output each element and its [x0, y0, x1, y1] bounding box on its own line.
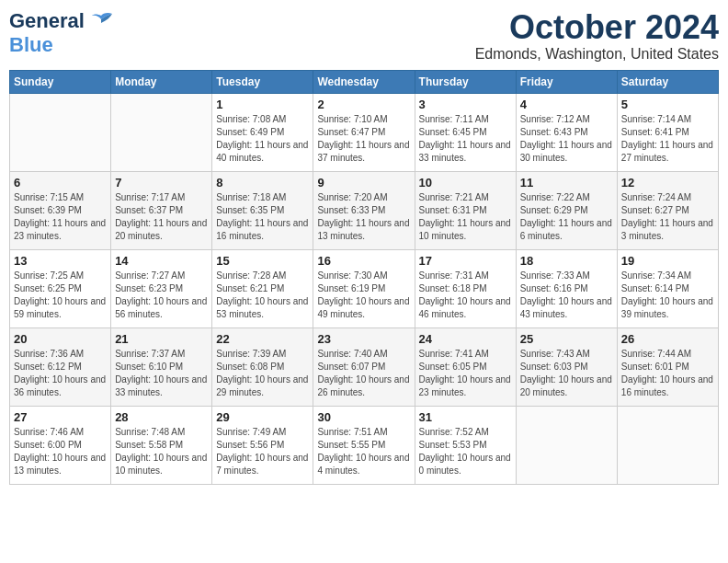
cell-content: Sunrise: 7:14 AM Sunset: 6:41 PM Dayligh…: [621, 113, 714, 165]
column-header-sunday: Sunday: [10, 70, 111, 93]
day-number: 14: [115, 254, 208, 268]
header-row: SundayMondayTuesdayWednesdayThursdayFrid…: [10, 70, 719, 93]
cell-content: Sunrise: 7:10 AM Sunset: 6:47 PM Dayligh…: [317, 113, 410, 165]
week-row-3: 13Sunrise: 7:25 AM Sunset: 6:25 PM Dayli…: [10, 249, 719, 327]
week-row-1: 1Sunrise: 7:08 AM Sunset: 6:49 PM Daylig…: [10, 93, 719, 171]
column-header-wednesday: Wednesday: [313, 70, 415, 93]
cell-content: Sunrise: 7:21 AM Sunset: 6:31 PM Dayligh…: [419, 191, 512, 243]
day-number: 8: [216, 176, 309, 190]
calendar-cell: 17Sunrise: 7:31 AM Sunset: 6:18 PM Dayli…: [415, 249, 516, 327]
day-number: 20: [14, 332, 107, 346]
cell-content: Sunrise: 7:27 AM Sunset: 6:23 PM Dayligh…: [115, 270, 208, 321]
calendar-cell: 23Sunrise: 7:40 AM Sunset: 6:07 PM Dayli…: [313, 327, 415, 406]
day-number: 21: [115, 332, 208, 346]
cell-content: Sunrise: 7:52 AM Sunset: 5:53 PM Dayligh…: [419, 426, 512, 477]
calendar-cell: 21Sunrise: 7:37 AM Sunset: 6:10 PM Dayli…: [111, 327, 212, 406]
day-number: 29: [216, 410, 309, 424]
calendar-cell: 22Sunrise: 7:39 AM Sunset: 6:08 PM Dayli…: [212, 327, 313, 406]
day-number: 13: [14, 254, 107, 268]
cell-content: Sunrise: 7:24 AM Sunset: 6:27 PM Dayligh…: [621, 191, 714, 243]
day-number: 1: [216, 98, 309, 111]
cell-content: Sunrise: 7:20 AM Sunset: 6:33 PM Dayligh…: [317, 191, 410, 243]
calendar-cell: 26Sunrise: 7:44 AM Sunset: 6:01 PM Dayli…: [617, 327, 718, 406]
day-number: 3: [419, 98, 512, 111]
cell-content: Sunrise: 7:15 AM Sunset: 6:39 PM Dayligh…: [14, 191, 107, 243]
calendar-cell: 24Sunrise: 7:41 AM Sunset: 6:05 PM Dayli…: [415, 327, 516, 406]
calendar-cell: 10Sunrise: 7:21 AM Sunset: 6:31 PM Dayli…: [415, 171, 516, 249]
cell-content: Sunrise: 7:39 AM Sunset: 6:08 PM Dayligh…: [216, 348, 309, 399]
day-number: 28: [115, 410, 208, 424]
calendar-cell: 19Sunrise: 7:34 AM Sunset: 6:14 PM Dayli…: [617, 249, 718, 327]
cell-content: Sunrise: 7:44 AM Sunset: 6:01 PM Dayligh…: [621, 348, 714, 399]
day-number: 7: [115, 176, 208, 190]
day-number: 27: [14, 410, 107, 424]
cell-content: Sunrise: 7:22 AM Sunset: 6:29 PM Dayligh…: [520, 191, 613, 243]
day-number: 15: [216, 254, 309, 268]
day-number: 4: [520, 98, 613, 111]
calendar-cell: [10, 93, 111, 171]
calendar-cell: 15Sunrise: 7:28 AM Sunset: 6:21 PM Dayli…: [212, 249, 313, 327]
day-number: 23: [317, 332, 410, 346]
day-number: 17: [419, 254, 512, 268]
calendar-cell: 4Sunrise: 7:12 AM Sunset: 6:43 PM Daylig…: [516, 93, 617, 171]
day-number: 9: [317, 176, 410, 190]
cell-content: Sunrise: 7:49 AM Sunset: 5:56 PM Dayligh…: [216, 426, 309, 477]
cell-content: Sunrise: 7:43 AM Sunset: 6:03 PM Dayligh…: [520, 348, 613, 399]
cell-content: Sunrise: 7:30 AM Sunset: 6:19 PM Dayligh…: [317, 270, 410, 321]
cell-content: Sunrise: 7:37 AM Sunset: 6:10 PM Dayligh…: [115, 348, 208, 399]
page-header: General Blue October 2024 Edmonds, Washi…: [9, 9, 719, 63]
calendar-cell: 1Sunrise: 7:08 AM Sunset: 6:49 PM Daylig…: [212, 93, 313, 171]
calendar-cell: 8Sunrise: 7:18 AM Sunset: 6:35 PM Daylig…: [212, 171, 313, 249]
cell-content: Sunrise: 7:31 AM Sunset: 6:18 PM Dayligh…: [419, 270, 512, 321]
calendar-table: SundayMondayTuesdayWednesdayThursdayFrid…: [9, 70, 719, 485]
cell-content: Sunrise: 7:11 AM Sunset: 6:45 PM Dayligh…: [419, 113, 512, 165]
day-number: 18: [520, 254, 613, 268]
column-header-thursday: Thursday: [415, 70, 516, 93]
calendar-cell: 31Sunrise: 7:52 AM Sunset: 5:53 PM Dayli…: [415, 406, 516, 484]
cell-content: Sunrise: 7:08 AM Sunset: 6:49 PM Dayligh…: [216, 113, 309, 165]
day-number: 11: [520, 176, 613, 190]
month-title: October 2024: [475, 9, 719, 46]
calendar-cell: [617, 406, 718, 484]
calendar-cell: 7Sunrise: 7:17 AM Sunset: 6:37 PM Daylig…: [111, 171, 212, 249]
calendar-cell: 16Sunrise: 7:30 AM Sunset: 6:19 PM Dayli…: [313, 249, 415, 327]
day-number: 2: [317, 98, 410, 111]
day-number: 12: [621, 176, 714, 190]
column-header-monday: Monday: [111, 70, 212, 93]
calendar-cell: 28Sunrise: 7:48 AM Sunset: 5:58 PM Dayli…: [111, 406, 212, 484]
calendar-cell: 25Sunrise: 7:43 AM Sunset: 6:03 PM Dayli…: [516, 327, 617, 406]
logo-general: General: [9, 9, 85, 33]
cell-content: Sunrise: 7:12 AM Sunset: 6:43 PM Dayligh…: [520, 113, 613, 165]
cell-content: Sunrise: 7:40 AM Sunset: 6:07 PM Dayligh…: [317, 348, 410, 399]
day-number: 26: [621, 332, 714, 346]
calendar-cell: [516, 406, 617, 484]
cell-content: Sunrise: 7:33 AM Sunset: 6:16 PM Dayligh…: [520, 270, 613, 321]
day-number: 10: [419, 176, 512, 190]
day-number: 5: [621, 98, 714, 111]
calendar-cell: 20Sunrise: 7:36 AM Sunset: 6:12 PM Dayli…: [10, 327, 111, 406]
calendar-cell: 5Sunrise: 7:14 AM Sunset: 6:41 PM Daylig…: [617, 93, 718, 171]
logo: General Blue: [9, 9, 114, 57]
calendar-cell: 13Sunrise: 7:25 AM Sunset: 6:25 PM Dayli…: [10, 249, 111, 327]
week-row-2: 6Sunrise: 7:15 AM Sunset: 6:39 PM Daylig…: [10, 171, 719, 249]
day-number: 25: [520, 332, 613, 346]
logo-blue: Blue: [9, 33, 53, 56]
calendar-cell: 29Sunrise: 7:49 AM Sunset: 5:56 PM Dayli…: [212, 406, 313, 484]
column-header-tuesday: Tuesday: [212, 70, 313, 93]
calendar-cell: 12Sunrise: 7:24 AM Sunset: 6:27 PM Dayli…: [617, 171, 718, 249]
cell-content: Sunrise: 7:36 AM Sunset: 6:12 PM Dayligh…: [14, 348, 107, 399]
cell-content: Sunrise: 7:34 AM Sunset: 6:14 PM Dayligh…: [621, 270, 714, 321]
week-row-4: 20Sunrise: 7:36 AM Sunset: 6:12 PM Dayli…: [10, 327, 719, 406]
day-number: 6: [14, 176, 107, 190]
day-number: 30: [317, 410, 410, 424]
calendar-cell: 11Sunrise: 7:22 AM Sunset: 6:29 PM Dayli…: [516, 171, 617, 249]
location-title: Edmonds, Washington, United States: [475, 46, 719, 63]
calendar-header: SundayMondayTuesdayWednesdayThursdayFrid…: [10, 70, 719, 93]
column-header-saturday: Saturday: [617, 70, 718, 93]
cell-content: Sunrise: 7:51 AM Sunset: 5:55 PM Dayligh…: [317, 426, 410, 477]
calendar-cell: 27Sunrise: 7:46 AM Sunset: 6:00 PM Dayli…: [10, 406, 111, 484]
column-header-friday: Friday: [516, 70, 617, 93]
calendar-cell: 30Sunrise: 7:51 AM Sunset: 5:55 PM Dayli…: [313, 406, 415, 484]
title-area: October 2024 Edmonds, Washington, United…: [475, 9, 719, 63]
calendar-cell: 14Sunrise: 7:27 AM Sunset: 6:23 PM Dayli…: [111, 249, 212, 327]
